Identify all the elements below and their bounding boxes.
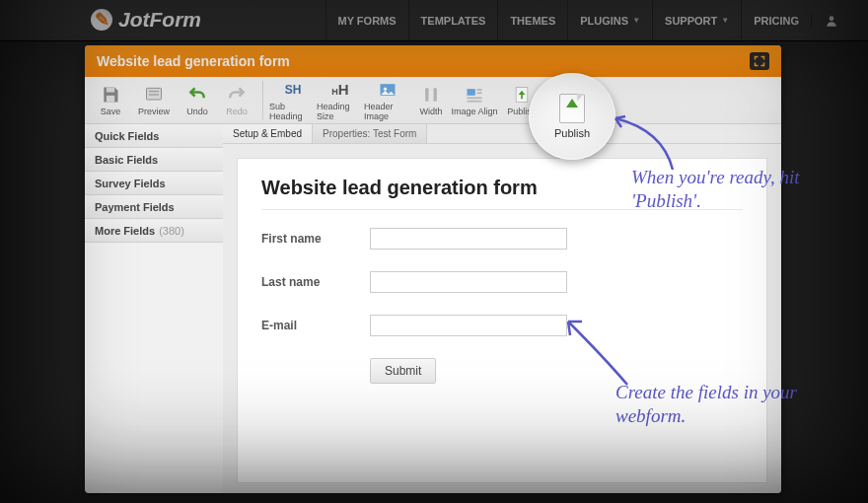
annotation-text-fields: Create the fields in your webform. [615, 381, 823, 428]
chevron-down-icon: ▼ [632, 16, 640, 25]
publish-magnifier-label: Publish [554, 127, 590, 139]
sidebar-item-label: Survey Fields [95, 178, 166, 189]
form-row: Last name [261, 271, 743, 293]
window-title: Website lead generation form [97, 53, 290, 69]
image-align-label: Image Align [451, 107, 497, 116]
svg-rect-10 [468, 100, 482, 102]
field-label: First name [261, 232, 370, 246]
header-image-label: Header Image [364, 102, 411, 121]
svg-rect-9 [468, 97, 482, 99]
sub-heading-icon: SH [283, 80, 303, 100]
preview-icon [144, 85, 164, 105]
preview-label: Preview [138, 107, 170, 116]
svg-rect-3 [147, 88, 162, 100]
sub-heading-label: Sub Heading [269, 102, 317, 121]
heading-size-icon: HH [330, 80, 350, 100]
undo-button[interactable]: Undo [178, 79, 217, 122]
publish-page-icon [559, 94, 585, 123]
sidebar-item-label: More Fields [95, 225, 155, 237]
undo-label: Undo [186, 107, 208, 116]
tab-setup-embed[interactable]: Setup & Embed [223, 124, 313, 143]
field-sidebar: Quick FieldsBasic FieldsSurvey FieldsPay… [85, 124, 223, 493]
user-icon [825, 14, 838, 28]
submit-button[interactable]: Submit [370, 358, 436, 384]
header-image-icon [378, 80, 398, 100]
sidebar-item-survey-fields[interactable]: Survey Fields [85, 172, 223, 195]
main-nav: MY FORMSTEMPLATESTHEMESPLUGINS▼SUPPORT▼P… [326, 0, 812, 40]
heading-size-label: Heading Size [317, 102, 364, 121]
chevron-down-icon: ▼ [721, 16, 729, 25]
brand-name: JotForm [118, 8, 201, 32]
sidebar-item-label: Quick Fields [95, 130, 159, 142]
width-icon [421, 85, 441, 105]
field-input-first-name[interactable] [370, 228, 567, 250]
nav-themes[interactable]: THEMES [497, 0, 567, 40]
upload-arrow-icon [566, 99, 578, 108]
sidebar-item-label: Basic Fields [95, 154, 158, 166]
fullscreen-icon [754, 55, 765, 67]
tab-strip: Setup & EmbedProperties: Test Form [223, 124, 781, 144]
brand-logo: ✎ JotForm [91, 8, 201, 32]
field-input-last-name[interactable] [370, 271, 567, 293]
svg-rect-12 [477, 92, 482, 94]
toolbar-separator [262, 81, 263, 120]
sidebar-item-payment-fields[interactable]: Payment Fields [85, 195, 223, 219]
sidebar-item-more-fields[interactable]: More Fields(380) [85, 219, 223, 243]
svg-rect-6 [425, 88, 428, 101]
nav-templates[interactable]: TEMPLATES [408, 0, 498, 40]
svg-rect-11 [477, 89, 482, 91]
save-label: Save [101, 107, 121, 116]
save-icon [101, 85, 120, 105]
sidebar-item-count: (380) [159, 225, 184, 237]
redo-icon [227, 85, 247, 105]
publish-icon [512, 85, 532, 105]
nav-plugins[interactable]: PLUGINS▼ [567, 0, 652, 40]
header-image-button[interactable]: Header Image [364, 79, 411, 122]
nav-support[interactable]: SUPPORT▼ [652, 0, 741, 40]
redo-button: Redo [217, 79, 256, 122]
field-label: E-mail [261, 319, 370, 332]
heading-size-button[interactable]: HHHeading Size [317, 79, 364, 122]
redo-label: Redo [226, 107, 248, 116]
nav-my-forms[interactable]: MY FORMS [326, 0, 408, 40]
sub-heading-button[interactable]: SHSub Heading [269, 79, 317, 122]
svg-point-5 [384, 87, 387, 90]
width-button[interactable]: Width [411, 79, 451, 122]
window-titlebar: Website lead generation form [85, 45, 781, 77]
field-input-e-mail[interactable] [370, 315, 567, 336]
top-navbar: ✎ JotForm MY FORMSTEMPLATESTHEMESPLUGINS… [0, 0, 868, 41]
width-label: Width [419, 107, 442, 116]
sidebar-item-basic-fields[interactable]: Basic Fields [85, 148, 223, 172]
nav-pricing[interactable]: PRICING [741, 0, 811, 40]
image-align-button[interactable]: Image Align [451, 79, 498, 122]
save-button[interactable]: Save [91, 79, 130, 122]
fullscreen-button[interactable] [750, 52, 769, 70]
undo-icon [187, 85, 207, 105]
svg-rect-2 [107, 95, 114, 102]
sidebar-item-quick-fields[interactable]: Quick Fields [85, 124, 223, 148]
svg-rect-1 [107, 87, 114, 92]
user-menu[interactable] [811, 14, 850, 28]
jotform-logo-icon: ✎ [91, 9, 112, 31]
form-row: E-mail [261, 315, 743, 336]
image-align-icon [465, 85, 484, 105]
field-label: Last name [261, 275, 370, 289]
sidebar-item-label: Payment Fields [95, 201, 175, 213]
publish-magnifier: Publish [529, 73, 615, 160]
annotation-text-publish: When you're ready, hit 'Publish'. [631, 166, 829, 213]
tab-properties-test-form[interactable]: Properties: Test Form [313, 124, 427, 143]
svg-point-0 [829, 16, 833, 21]
svg-rect-8 [468, 89, 475, 96]
svg-rect-7 [434, 88, 437, 101]
form-row: First name [261, 228, 743, 250]
preview-button[interactable]: Preview [130, 79, 178, 122]
